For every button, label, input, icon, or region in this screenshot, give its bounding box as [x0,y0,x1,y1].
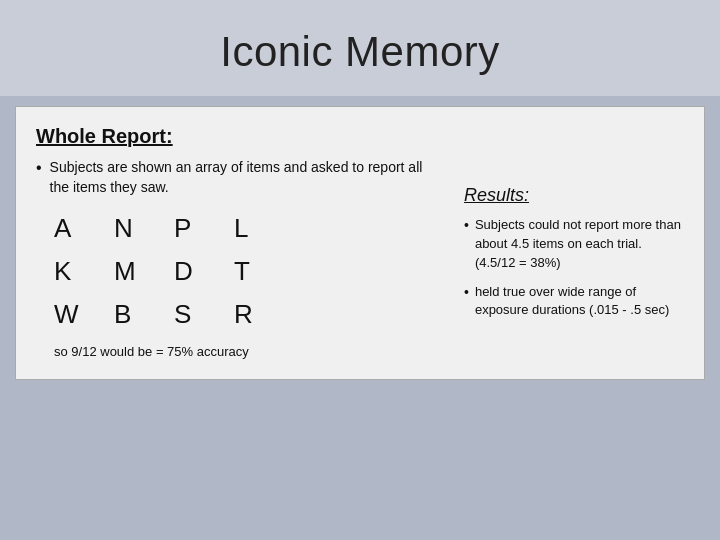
letter-L: L [234,209,294,248]
whole-report-heading: Whole Report: [36,125,444,148]
letter-T: T [234,252,294,291]
letter-M: M [114,252,174,291]
results-heading: Results: [464,185,684,206]
bullet-dot: • [36,159,42,177]
letter-P: P [174,209,234,248]
page-title: Iconic Memory [20,28,700,76]
letter-S: S [174,295,234,334]
letter-B: B [114,295,174,334]
results-bullet-dot-2: • [464,284,469,300]
results-bullet-dot-1: • [464,217,469,233]
intro-bullet: • Subjects are shown an array of items a… [36,158,444,197]
results-bullet-1: • Subjects could not report more than ab… [464,216,684,273]
letter-A: A [54,209,114,248]
letter-D: D [174,252,234,291]
results-bullet-text-1: Subjects could not report more than abou… [475,216,684,273]
letter-N: N [114,209,174,248]
letter-W: W [54,295,114,334]
letters-grid: A N P L K M D T W B S R [54,209,444,334]
letter-R: R [234,295,294,334]
title-section: Iconic Memory [0,0,720,96]
results-bullet-text-2: held true over wide range of exposure du… [475,283,684,321]
accuracy-line: so 9/12 would be = 75% accuracy [54,344,444,359]
results-bullet-2: • held true over wide range of exposure … [464,283,684,321]
right-panel: Results: • Subjects could not report mor… [454,125,684,359]
content-area: Whole Report: • Subjects are shown an ar… [15,106,705,380]
left-panel: Whole Report: • Subjects are shown an ar… [36,125,454,359]
intro-bullet-text: Subjects are shown an array of items and… [50,158,444,197]
letter-K: K [54,252,114,291]
